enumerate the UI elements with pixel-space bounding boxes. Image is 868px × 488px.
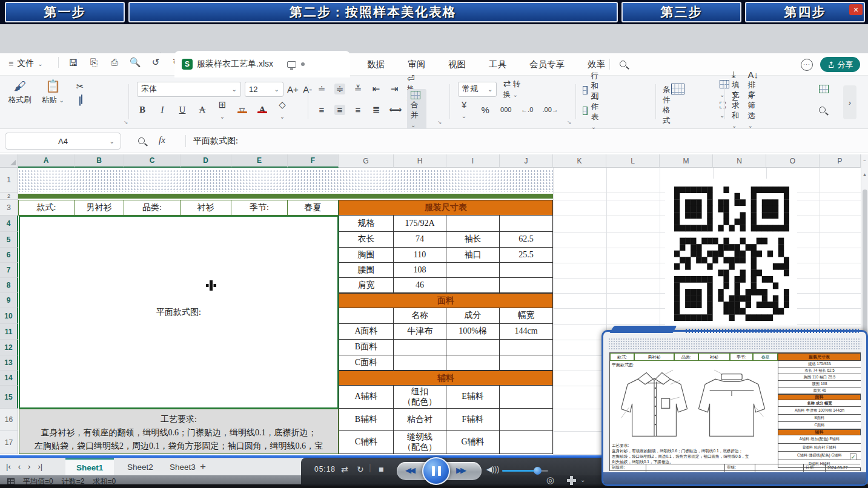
volume-slider[interactable]: [502, 470, 548, 472]
sheet-cell[interactable]: 110: [394, 248, 446, 263]
sheet-cell[interactable]: [500, 409, 553, 431]
sheet-cell[interactable]: 缝纫线 （配色）: [394, 431, 446, 454]
select-all-corner[interactable]: [0, 154, 18, 168]
align-left-icon[interactable]: ≡: [316, 105, 327, 115]
sheet-cell[interactable]: 季节:: [231, 200, 288, 216]
row-header[interactable]: 7: [0, 263, 18, 278]
rewind-button[interactable]: ◀◀: [405, 466, 414, 475]
sheet-cell[interactable]: 品类:: [124, 200, 181, 216]
increase-font-icon[interactable]: A+: [287, 84, 299, 94]
column-header[interactable]: O: [766, 154, 820, 168]
shuffle-icon[interactable]: ⇄: [341, 464, 348, 474]
sheet-cell[interactable]: 规格: [339, 216, 394, 232]
sheet-cell[interactable]: 衣长: [339, 232, 394, 248]
row-header[interactable]: 10: [0, 308, 18, 324]
sheet-cell[interactable]: [394, 355, 446, 371]
menu-review[interactable]: 审阅: [406, 55, 426, 74]
prev-sheet-icon[interactable]: ‹: [18, 462, 21, 471]
stop-button[interactable]: ■: [379, 464, 383, 474]
sheet-cell[interactable]: [446, 263, 500, 278]
sheet-cell[interactable]: [500, 278, 553, 293]
column-header[interactable]: J: [500, 154, 553, 168]
sheet-cell[interactable]: [500, 340, 553, 355]
sheet-cell[interactable]: 108: [394, 263, 446, 278]
column-header[interactable]: E: [231, 154, 288, 168]
row-header[interactable]: 16: [0, 409, 18, 431]
sheet-cell[interactable]: 46: [394, 278, 446, 293]
column-header[interactable]: K: [553, 154, 606, 168]
split-merge-icon[interactable]: [819, 85, 829, 93]
row-header[interactable]: 15: [0, 386, 18, 409]
sheet-cell[interactable]: [446, 216, 500, 232]
column-header[interactable]: B: [75, 154, 124, 168]
sum-button[interactable]: ∑ 求和 ⌄: [732, 90, 740, 130]
sheet-cell[interactable]: B辅料: [339, 409, 394, 431]
cut-icon[interactable]: ✂: [75, 83, 85, 90]
sheet-cell[interactable]: 100%棉: [446, 324, 500, 340]
worksheet-button[interactable]: 工作表 ⌄: [591, 91, 604, 131]
column-header[interactable]: H: [394, 154, 446, 168]
print-preview-icon[interactable]: 🔍: [129, 57, 141, 68]
align-center-icon[interactable]: ≡: [334, 105, 345, 115]
last-sheet-icon[interactable]: ›|: [38, 462, 42, 471]
sheet-cell[interactable]: 62.5: [500, 232, 553, 248]
underline-button[interactable]: U: [177, 105, 188, 115]
menu-tools[interactable]: 工具: [488, 55, 508, 74]
copy-icon[interactable]: [79, 98, 81, 105]
sheet-cell[interactable]: 成分: [446, 308, 500, 324]
accessories-table-title[interactable]: 辅料: [339, 371, 553, 386]
title-pattern-row[interactable]: [18, 170, 553, 192]
print-icon[interactable]: ⎙: [108, 57, 121, 68]
sheet-cell[interactable]: [500, 355, 553, 371]
sheet-tab-2[interactable]: Sheet2: [116, 458, 164, 475]
sheet-cell[interactable]: [500, 386, 553, 409]
number-format-select[interactable]: 常规⌄: [458, 82, 497, 97]
font-color-button[interactable]: A: [257, 107, 268, 113]
next-sheet-icon[interactable]: ›: [28, 462, 30, 471]
sheet-cell[interactable]: [339, 308, 394, 324]
sheet-cell[interactable]: [446, 340, 500, 355]
sheet-cell[interactable]: 25.5: [500, 248, 553, 263]
justify-icon[interactable]: ≣: [371, 104, 382, 115]
sheet-cell[interactable]: 腰围: [339, 263, 394, 278]
decrease-indent-icon[interactable]: ⇤: [371, 84, 382, 94]
column-header[interactable]: D: [181, 154, 231, 168]
row-header[interactable]: 17: [0, 431, 18, 454]
save-icon[interactable]: 🖫: [67, 58, 79, 68]
menu-member[interactable]: 会员专享: [528, 55, 566, 74]
share-button[interactable]: 分享: [820, 57, 860, 72]
column-header[interactable]: I: [446, 154, 500, 168]
volume-icon[interactable]: ◀))): [486, 465, 499, 473]
row-header[interactable]: 5: [0, 232, 18, 248]
fx-icon[interactable]: fx: [159, 135, 165, 145]
sheet-cell[interactable]: 款式:: [18, 200, 75, 216]
sheet-cell[interactable]: 春夏: [288, 200, 339, 216]
menu-data[interactable]: 数据: [366, 55, 386, 74]
sheet-cell[interactable]: 牛津布: [394, 324, 446, 340]
column-header[interactable]: P: [820, 154, 861, 168]
scroll-up-icon[interactable]: ▲: [861, 172, 868, 177]
row-header[interactable]: 8: [0, 278, 18, 293]
column-header[interactable]: F: [288, 154, 339, 168]
sheet-cell[interactable]: 175/92A: [394, 216, 446, 232]
undo-icon[interactable]: ↺: [150, 57, 162, 68]
sheet-cell[interactable]: 名称: [394, 308, 446, 324]
file-menu[interactable]: ≡ 文件 ⌄: [8, 58, 43, 69]
font-size-select[interactable]: 12⌄: [245, 82, 283, 97]
size-table-title[interactable]: 服装尺寸表: [339, 200, 553, 216]
sheet-cell[interactable]: 粘合衬: [394, 409, 446, 431]
column-header[interactable]: G: [339, 154, 394, 168]
sheet-tab-3[interactable]: Sheet3: [159, 458, 207, 475]
sheet-cell[interactable]: 胸围: [339, 248, 394, 263]
fill-color-button[interactable]: 🜄: [237, 107, 248, 113]
menu-search[interactable]: [609, 59, 626, 70]
sheet-cell[interactable]: [500, 263, 553, 278]
filter-button[interactable]: ⏚ 筛选 ⌄: [748, 90, 756, 130]
sheet-cell[interactable]: E辅料: [446, 386, 500, 409]
sheet-cell[interactable]: [500, 431, 553, 454]
dpad-chevron-icon[interactable]: ⌄: [580, 476, 585, 483]
assistant-icon[interactable]: ···: [801, 59, 813, 71]
strikethrough-button[interactable]: A: [197, 105, 208, 115]
first-sheet-icon[interactable]: |‹: [6, 462, 11, 471]
sheet-cell[interactable]: C面料: [339, 355, 394, 371]
